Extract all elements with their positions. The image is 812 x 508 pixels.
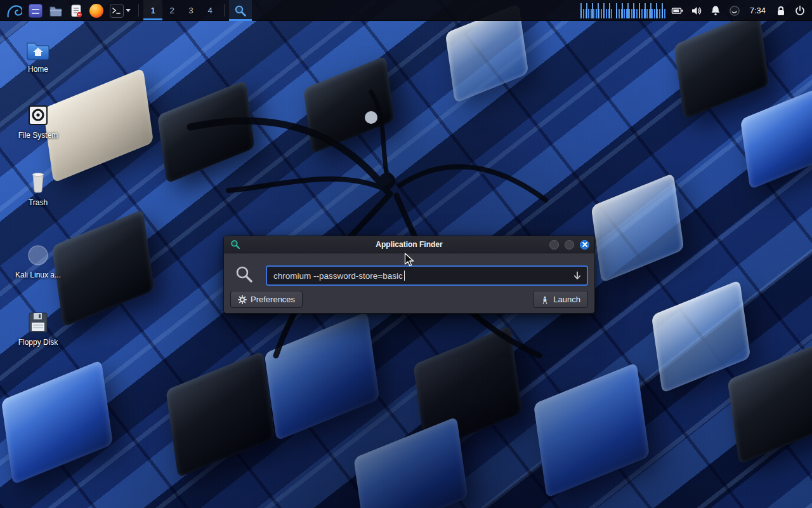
desktop-icon-trash[interactable]: Trash [5, 169, 71, 207]
tray-status[interactable] [725, 0, 744, 21]
desktop-icon-label: Home [5, 65, 71, 74]
gear-icon [238, 295, 247, 304]
taskbar-application-finder[interactable] [229, 0, 252, 21]
window-controls [549, 240, 589, 250]
magnifier-icon [234, 4, 247, 17]
tray-battery[interactable] [668, 0, 687, 21]
desktop-icon-kali-linux[interactable]: Kali Linux a... [5, 241, 71, 279]
window-title: Application Finder [224, 240, 594, 249]
bell-icon [709, 5, 722, 17]
panel-separator [224, 4, 225, 17]
tray-logout[interactable] [790, 0, 809, 21]
chevron-down-icon [126, 9, 131, 12]
document-icon [69, 4, 83, 18]
workspace-button-4[interactable]: 4 [200, 0, 219, 20]
kali-dragon-silhouette [159, 51, 577, 368]
cube [353, 417, 468, 508]
battery-icon [671, 5, 684, 17]
history-dropdown-icon[interactable] [572, 271, 582, 283]
kali-logo-icon [6, 3, 22, 19]
firefox-icon [89, 4, 103, 18]
floppy-disk-icon [5, 309, 71, 334]
status-circle-icon [728, 5, 741, 17]
preferences-button[interactable]: Preferences [230, 291, 303, 308]
workspace-button-3[interactable]: 3 [181, 0, 200, 20]
launch-label: Launch [553, 295, 580, 304]
cube [1, 360, 113, 485]
cube [591, 173, 684, 283]
network-history-graph[interactable] [580, 3, 613, 18]
desktop-icon-home[interactable]: Home [5, 36, 71, 74]
cube [166, 351, 275, 478]
cube [652, 280, 750, 394]
file-manager-icon [29, 4, 43, 18]
preferences-label: Preferences [251, 295, 295, 304]
desktop-icon-file-system[interactable]: File System [5, 102, 71, 140]
desktop-icon-floppy-disk[interactable]: Floppy Disk [5, 309, 71, 347]
kali-menu-button[interactable] [3, 0, 25, 21]
cpu-history-graph[interactable] [616, 3, 665, 18]
tray-screen-lock[interactable] [771, 0, 790, 21]
mouse-cursor [404, 253, 416, 268]
titlebar[interactable]: Application Finder [224, 236, 594, 253]
home-folder-icon [5, 36, 71, 61]
clock[interactable]: 7:34 [744, 0, 771, 20]
close-icon [582, 242, 587, 247]
panel-spacer [252, 0, 580, 20]
launcher-text-editor[interactable] [66, 0, 86, 21]
panel-separator [138, 4, 139, 17]
desktop-icon-label: Trash [5, 198, 71, 207]
launcher-firefox[interactable] [86, 0, 107, 21]
launcher-file-manager[interactable] [25, 0, 46, 21]
application-finder-window: Application Finder chromium --password-s… [223, 236, 595, 314]
minimize-button[interactable] [549, 240, 559, 250]
speaker-icon [690, 5, 703, 17]
folder-icon [49, 4, 63, 18]
tray-notifications[interactable] [706, 0, 725, 21]
desktop-icon-label: Floppy Disk [5, 338, 71, 347]
command-input[interactable]: chromium --password-store=basic [266, 265, 588, 286]
launch-icon [540, 295, 549, 304]
file-system-icon [5, 102, 71, 127]
lock-icon [775, 5, 787, 17]
search-icon [235, 265, 254, 284]
kali-docs-icon [5, 241, 71, 267]
terminal-icon [110, 4, 124, 18]
launcher-terminal[interactable] [107, 0, 134, 21]
desktop-icon-label: Kali Linux a... [5, 271, 71, 279]
tray-volume[interactable] [687, 0, 706, 21]
launch-button[interactable]: Launch [533, 291, 588, 308]
text-caret [404, 271, 405, 281]
cube [674, 11, 769, 120]
launcher-files[interactable] [46, 0, 66, 21]
cube [740, 89, 812, 190]
desktop: Home File System Trash Kali Linu [0, 0, 812, 508]
trash-icon [5, 169, 71, 194]
maximize-button[interactable] [565, 240, 574, 250]
top-panel: 1 2 3 4 [0, 0, 812, 21]
command-text: chromium --password-store=basic [273, 271, 403, 281]
workspace-button-2[interactable]: 2 [162, 0, 181, 20]
close-button[interactable] [580, 240, 589, 250]
workspace-button-1[interactable]: 1 [143, 0, 162, 20]
cube [728, 342, 812, 465]
desktop-icon-label: File System [5, 131, 71, 140]
cube [534, 363, 650, 498]
logout-icon [794, 5, 806, 17]
